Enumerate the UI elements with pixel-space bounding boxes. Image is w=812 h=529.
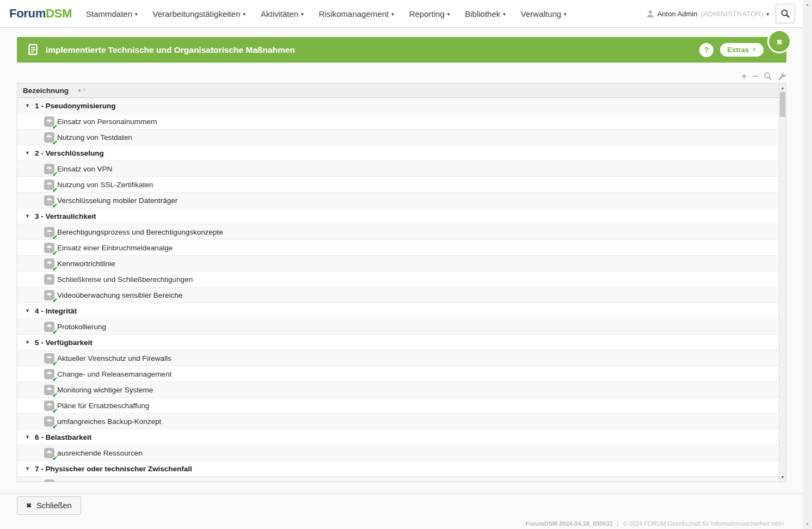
tree-item-row[interactable]: ☂✔Einsatz einer Einbruchmeldeanalge [17,240,779,256]
menu-verwaltung[interactable]: Verwaltung▾ [521,9,567,19]
check-icon: ✔ [52,455,58,462]
menu-aktivitaeten[interactable]: Aktivitäten▾ [261,9,304,19]
menu-stammdaten[interactable]: Stammdaten▾ [86,9,138,19]
tree-item-row[interactable]: ☂✔Nutzung von SSL-Zertifikaten [17,177,779,193]
measure-umbrella-icon: ☂✔ [44,116,54,127]
tree-item-row[interactable]: ☂✔Datensicherungskonzepte [17,477,779,482]
tree-item-row[interactable]: ☂✔Verschlüsselung mobiler Datenträger [17,193,779,208]
collapse-icon[interactable]: ▼ [25,466,30,471]
search-icon [764,72,772,81]
table-settings-button[interactable] [778,72,786,81]
column-header-label: Bezeichnung [23,87,69,95]
panel-close-button[interactable]: ✖ [767,29,791,53]
check-icon: ✔ [52,202,58,209]
tree-item-row[interactable]: ☂✔Change- und Releasemanagement [17,366,779,382]
tree-item-row[interactable]: ☂✔Nutzung von Testdaten [17,130,779,145]
menu-risikomanagement[interactable]: Risikomanagement▾ [319,9,394,19]
group-label: 2 - Verschlüsselung [35,149,104,157]
measure-umbrella-icon: ☂✔ [44,180,54,190]
page-scrollbar[interactable]: ▲ ▼ [803,0,812,529]
scroll-up-icon[interactable]: ▲ [803,2,812,7]
umbrella-glyph: ☂ [46,118,53,125]
check-icon: ✔ [52,139,58,146]
app-logo[interactable]: ForumDSM [9,7,72,21]
collapse-icon[interactable]: ▼ [25,435,30,440]
footer-info: ForumDSM 2024-04.18_030032 | © 2024 FORU… [525,520,784,527]
scroll-down-icon[interactable]: ▼ [779,475,786,479]
scroll-up-icon[interactable]: ▲ [779,86,786,90]
column-header-bezeichnung[interactable]: Bezeichnung ▲ ▼ [17,83,786,98]
menu-label: Aktivitäten [261,9,298,19]
tree-group-row[interactable]: ▼2 - Verschlüsselung [17,145,779,161]
collapse-all-button[interactable]: − [752,71,758,81]
panel-header: implementierte Technische und Organisato… [17,37,786,63]
close-window-button[interactable]: ✖ Schließen [17,496,81,515]
tree-group-row[interactable]: ▼7 - Physischer oder technischer Zwische… [17,461,779,477]
collapse-icon[interactable]: ▼ [25,151,30,156]
tree-item-row[interactable]: ☂✔Monitoring wichtiger Systeme [17,382,779,398]
group-label: 1 - Pseudonymisierung [35,102,116,110]
tree-item-row[interactable]: ☂✔Einsatz von VPN [17,161,779,177]
tree-item-row[interactable]: ☂✔Kennwortrichtlinie [17,256,779,272]
tree-item-row[interactable]: ☂✔Berechtigungsprozess und Berechtigungs… [17,224,779,240]
document-list-icon [28,44,39,56]
collapse-icon[interactable]: ▼ [25,103,30,108]
tree-item-row[interactable]: ☂✔umfangreiches Backup-Konzept [17,414,779,429]
extras-dropdown-button[interactable]: Extras ▼ [720,43,764,57]
umbrella-glyph: ☂ [46,244,53,251]
footer-divider [0,493,803,494]
umbrella-glyph: ☂ [46,355,53,362]
menu-verarbeitungstaetigkeiten[interactable]: Verarbeitungstätigkeiten▾ [153,9,245,19]
tree-toolbar: + − [17,71,786,82]
measure-umbrella-icon: ☂✔ [44,401,54,411]
tree-rows: ▼1 - Pseudonymisierung☂✔Einsatz von Pers… [17,98,779,482]
tree-group-row[interactable]: ▼1 - Pseudonymisierung [17,98,779,114]
search-button[interactable] [776,4,795,23]
tree-item-row[interactable]: ☂✔Aktueller Virenschutz und Firewalls [17,350,779,366]
umbrella-glyph: ☂ [46,292,53,299]
measure-umbrella-icon: ☂✔ [44,195,54,206]
tree-item-row[interactable]: ☂✔Einsatz von Personalnummern [17,114,779,130]
tree-item-row[interactable]: ☂✔Videoüberwachung sensibler Bereiche [17,287,779,303]
collapse-icon[interactable]: ▼ [25,309,30,313]
user-role: (ADMINISTRATOR) [700,10,763,18]
item-label: Berechtigungsprozess und Berechtigungsko… [57,228,223,236]
logo-text-accent: DSM [46,7,72,20]
collapse-icon[interactable]: ▼ [25,214,30,219]
expand-all-button[interactable]: + [741,71,747,81]
help-label: ? [704,46,709,54]
tree-item-row[interactable]: ☂✔ausreichende Ressourcen [17,445,779,461]
search-icon [780,9,790,19]
scroll-down-icon[interactable]: ▼ [803,522,812,527]
check-icon: ✔ [52,329,58,335]
umbrella-glyph: ☂ [46,165,53,173]
group-label: 6 - Belastbarkeit [35,433,91,441]
umbrella-glyph: ☂ [46,323,53,330]
table-search-button[interactable] [764,72,772,81]
umbrella-glyph: ☂ [46,371,53,378]
sort-icons[interactable]: ▲ ▼ [77,88,87,93]
tree-item-row[interactable]: ☂✔Protokollierung [17,319,779,335]
tree-group-row[interactable]: ▼5 - Verfügbarkeit [17,335,779,350]
help-button[interactable]: ? [699,43,713,57]
close-icon: ✖ [26,502,32,509]
umbrella-glyph: ☂ [46,402,53,409]
scrollbar-thumb[interactable] [780,92,785,117]
table-scrollbar[interactable]: ▲ ▼ [779,83,786,482]
tree-table: Bezeichnung ▲ ▼ ▼1 - Pseudonymisierung☂✔… [17,83,786,482]
tree-item-row[interactable]: ☂Schließkreise und Schließberechtigungen [17,272,779,287]
menu-bibliothek[interactable]: Bibliothek▾ [465,9,506,19]
menu-label: Risikomanagement [319,9,389,19]
check-icon: ✔ [52,376,58,383]
menu-reporting[interactable]: Reporting▾ [409,9,450,19]
collapse-icon[interactable]: ▼ [25,340,30,345]
tree-group-row[interactable]: ▼3 - Vertraulichkeit [17,208,779,224]
check-icon: ✔ [52,171,58,177]
tree-item-row[interactable]: ☂✔Pläne für Ersatzbeschaffung [17,398,779,414]
chevron-down-icon: ▾ [503,12,506,17]
tree-group-row[interactable]: ▼6 - Belastbarkeit [17,429,779,445]
tree-group-row[interactable]: ▼4 - Integrität [17,303,779,319]
logo-text-primary: Forum [9,7,46,20]
measure-umbrella-icon: ☂✔ [44,416,54,427]
user-menu[interactable]: Anton Admin (ADMINISTRATOR) ▾ [647,10,769,18]
